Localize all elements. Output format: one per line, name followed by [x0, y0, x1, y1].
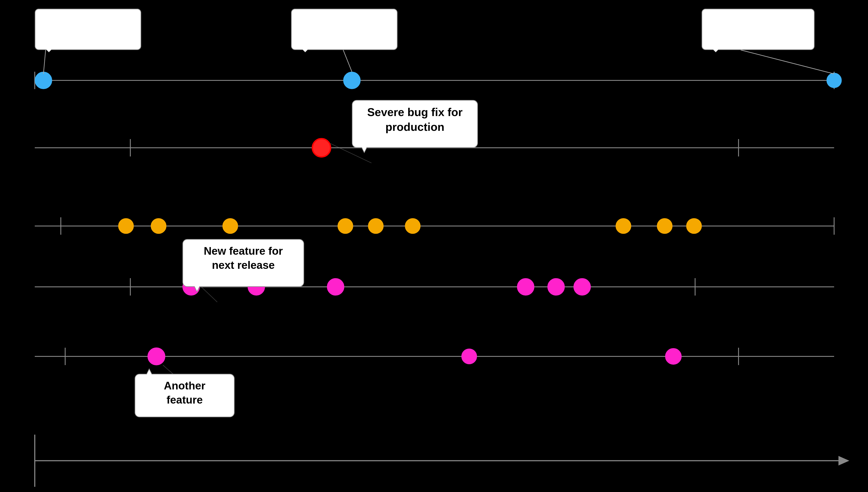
dot-blue-3 — [826, 73, 842, 88]
svg-line-1 — [343, 50, 352, 72]
bubble-new-feature-text: New feature for next release — [204, 245, 283, 271]
dot-orange-7 — [616, 218, 631, 234]
connector-lines — [0, 0, 868, 492]
bubble-blue-2 — [291, 9, 398, 50]
dot-magenta-bottom-2 — [461, 349, 477, 364]
dot-orange-3 — [223, 218, 238, 234]
dot-magenta-6 — [573, 278, 591, 296]
svg-line-2 — [741, 50, 834, 74]
svg-line-5 — [163, 365, 174, 375]
timeline-1-line — [35, 80, 834, 81]
dot-blue-1 — [35, 72, 52, 89]
bubble-severe-bug-text: Severe bug fix for production — [367, 106, 462, 133]
x-axis-arrow — [839, 456, 849, 466]
dot-magenta-bottom-3 — [665, 348, 682, 365]
dot-orange-1 — [118, 218, 134, 234]
dot-blue-2 — [343, 72, 361, 89]
dot-orange-6 — [405, 218, 420, 234]
dot-orange-4 — [337, 218, 353, 234]
bubble-new-feature: New feature for next release — [182, 239, 304, 287]
bubble-blue-3 — [701, 9, 815, 50]
svg-line-0 — [44, 50, 46, 74]
diagram: Severe bug fix for production New featur… — [0, 0, 868, 492]
dot-orange-9 — [686, 218, 702, 234]
dot-red-1 — [312, 138, 331, 157]
x-axis-line — [35, 460, 839, 461]
bubble-severe-bug: Severe bug fix for production — [352, 100, 478, 148]
bubble-another-feature: Another feature — [135, 374, 235, 417]
dot-orange-5 — [368, 218, 384, 234]
timeline-4-line — [35, 287, 834, 287]
dot-orange-8 — [657, 218, 672, 234]
dot-orange-2 — [151, 218, 167, 234]
bubble-another-feature-text: Another feature — [164, 380, 205, 406]
bubble-blue-1 — [35, 9, 141, 50]
dot-magenta-3 — [327, 278, 344, 296]
dot-magenta-4 — [517, 278, 534, 296]
dot-magenta-5 — [547, 278, 565, 296]
dot-magenta-bottom-1 — [148, 347, 165, 365]
